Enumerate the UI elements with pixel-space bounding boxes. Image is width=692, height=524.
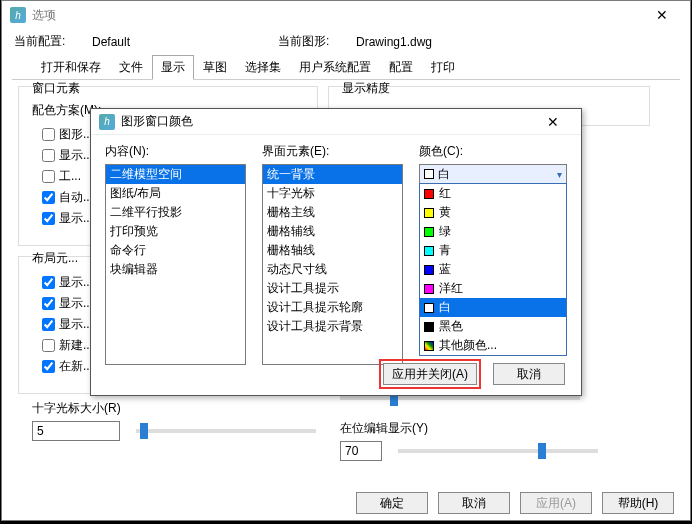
options-close-icon[interactable]: ✕	[642, 7, 682, 23]
context-item[interactable]: 图纸/布局	[106, 184, 245, 203]
color-cancel-button[interactable]: 取消	[493, 363, 565, 385]
tab-selection[interactable]: 选择集	[236, 55, 290, 80]
color-label: 颜色(C):	[419, 143, 567, 160]
tab-display[interactable]: 显示	[152, 55, 194, 80]
chevron-down-icon: ▾	[557, 169, 562, 180]
color-option[interactable]: 绿	[420, 222, 566, 241]
element-listbox[interactable]: 统一背景十字光标栅格主线栅格辅线栅格轴线动态尺寸线设计工具提示设计工具提示轮廓设…	[262, 164, 403, 365]
chk-4[interactable]	[42, 191, 55, 204]
tab-print[interactable]: 打印	[422, 55, 464, 80]
chk-3[interactable]	[42, 170, 55, 183]
context-label: 内容(N):	[105, 143, 246, 160]
apply-button[interactable]: 应用(A)	[520, 492, 592, 514]
context-item[interactable]: 二维模型空间	[106, 165, 245, 184]
tab-profiles[interactable]: 配置	[380, 55, 422, 80]
color-dialog: h 图形窗口颜色 ✕ 内容(N): 二维模型空间图纸/布局二维平行投影打印预览命…	[90, 108, 582, 396]
options-footer: 确定 取消 应用(A) 帮助(H)	[356, 492, 674, 514]
chk-9[interactable]	[42, 339, 55, 352]
context-listbox[interactable]: 二维模型空间图纸/布局二维平行投影打印预览命令行块编辑器	[105, 164, 246, 365]
inplace-edit-slider[interactable]	[398, 449, 598, 453]
element-item[interactable]: 十字光标	[263, 184, 402, 203]
color-option[interactable]: 黑色	[420, 317, 566, 336]
color-option[interactable]: 蓝	[420, 260, 566, 279]
color-swatch-icon	[424, 189, 434, 199]
window-elements-label: 窗口元素	[32, 80, 80, 97]
options-title: 选项	[32, 7, 642, 24]
ok-button[interactable]: 确定	[356, 492, 428, 514]
inplace-edit-input[interactable]	[340, 441, 382, 461]
color-current: 白	[438, 166, 450, 183]
color-dialog-title: 图形窗口颜色	[121, 113, 533, 130]
chk-7[interactable]	[42, 297, 55, 310]
color-option-label: 红	[439, 185, 451, 202]
element-item[interactable]: 统一背景	[263, 165, 402, 184]
chk-6[interactable]	[42, 276, 55, 289]
inplace-edit-label: 在位编辑显示(Y)	[340, 420, 598, 437]
help-button[interactable]: 帮助(H)	[602, 492, 674, 514]
tab-sketch[interactable]: 草图	[194, 55, 236, 80]
current-profile-value: Default	[92, 35, 272, 49]
color-swatch-icon	[424, 169, 434, 179]
element-item[interactable]: 栅格主线	[263, 203, 402, 222]
context-item[interactable]: 打印预览	[106, 222, 245, 241]
element-label: 界面元素(E):	[262, 143, 403, 160]
chk-10[interactable]	[42, 360, 55, 373]
tab-file[interactable]: 文件	[110, 55, 152, 80]
options-titlebar: h 选项 ✕	[2, 1, 690, 29]
layout-elements-label: 布局元...	[32, 250, 78, 267]
color-dialog-titlebar: h 图形窗口颜色 ✕	[91, 109, 581, 135]
context-item[interactable]: 块编辑器	[106, 260, 245, 279]
color-swatch-icon	[424, 303, 434, 313]
chk-5[interactable]	[42, 212, 55, 225]
color-combo[interactable]: 白 ▾	[419, 164, 567, 184]
color-dropdown[interactable]: 红黄绿青蓝洋红白黑色其他颜色...	[419, 183, 567, 356]
color-dialog-close-icon[interactable]: ✕	[533, 114, 573, 130]
color-dialog-logo-icon: h	[99, 114, 115, 130]
color-swatch-icon	[424, 227, 434, 237]
color-swatch-icon	[424, 265, 434, 275]
color-option[interactable]: 洋红	[420, 279, 566, 298]
element-item[interactable]: 设计工具提示背景	[263, 317, 402, 336]
chk-1[interactable]	[42, 128, 55, 141]
crosshair-slider[interactable]	[136, 429, 316, 433]
options-tabs: 打开和保存 文件 显示 草图 选择集 用户系统配置 配置 打印	[12, 54, 680, 80]
color-option-label: 黑色	[439, 318, 463, 335]
color-swatch-icon	[424, 284, 434, 294]
color-option-label: 青	[439, 242, 451, 259]
context-item[interactable]: 二维平行投影	[106, 203, 245, 222]
chk-8[interactable]	[42, 318, 55, 331]
crosshair-input[interactable]	[32, 421, 120, 441]
tab-open-save[interactable]: 打开和保存	[32, 55, 110, 80]
cancel-button[interactable]: 取消	[438, 492, 510, 514]
current-drawing-value: Drawing1.dwg	[356, 35, 432, 49]
crosshair-label: 十字光标大小(R)	[32, 400, 316, 417]
apply-close-button[interactable]: 应用并关闭(A)	[383, 363, 477, 385]
color-option[interactable]: 青	[420, 241, 566, 260]
color-option[interactable]: 黄	[420, 203, 566, 222]
color-option-label: 绿	[439, 223, 451, 240]
upper-slider[interactable]	[340, 396, 580, 400]
color-swatch-icon	[424, 208, 434, 218]
color-swatch-icon	[424, 246, 434, 256]
current-drawing-label: 当前图形:	[278, 33, 350, 50]
color-option-label: 白	[439, 299, 451, 316]
color-option-label: 其他颜色...	[439, 337, 497, 354]
color-option-label: 洋红	[439, 280, 463, 297]
element-item[interactable]: 设计工具提示轮廓	[263, 298, 402, 317]
color-option-label: 蓝	[439, 261, 451, 278]
color-option[interactable]: 白	[420, 298, 566, 317]
display-precision-label: 显示精度	[342, 80, 390, 97]
profile-row: 当前配置: Default 当前图形: Drawing1.dwg	[2, 29, 690, 54]
element-item[interactable]: 设计工具提示	[263, 279, 402, 298]
tab-user-config[interactable]: 用户系统配置	[290, 55, 380, 80]
color-swatch-icon	[424, 322, 434, 332]
context-item[interactable]: 命令行	[106, 241, 245, 260]
color-swatch-icon	[424, 341, 434, 351]
chk-2[interactable]	[42, 149, 55, 162]
color-option[interactable]: 其他颜色...	[420, 336, 566, 355]
element-item[interactable]: 动态尺寸线	[263, 260, 402, 279]
color-option[interactable]: 红	[420, 184, 566, 203]
element-item[interactable]: 栅格轴线	[263, 241, 402, 260]
element-item[interactable]: 栅格辅线	[263, 222, 402, 241]
app-logo-icon: h	[10, 7, 26, 23]
